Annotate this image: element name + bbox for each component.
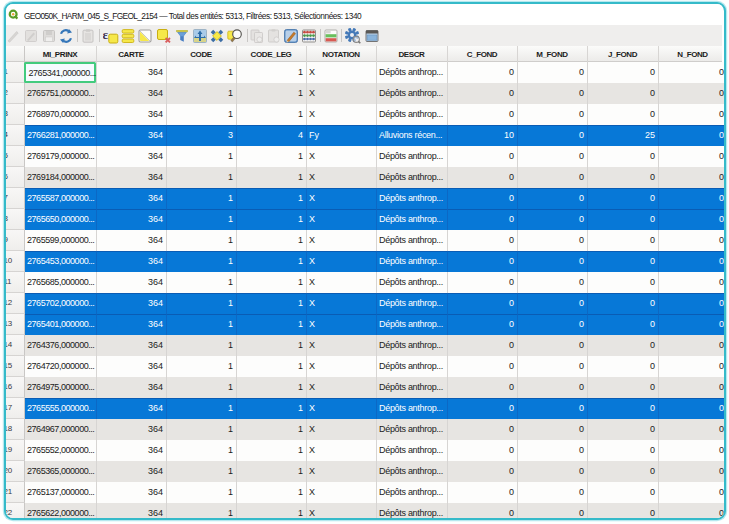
svg-text:ε: ε <box>103 28 109 42</box>
